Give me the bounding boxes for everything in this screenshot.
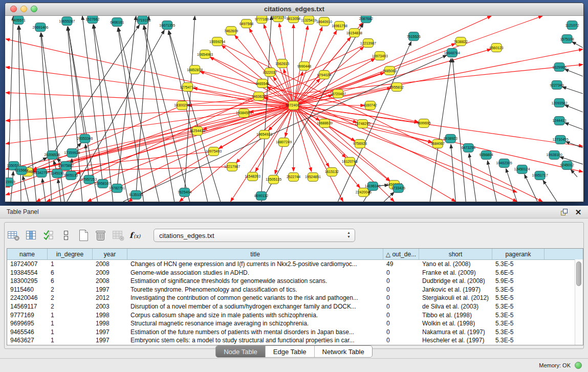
table-cell[interactable]: 0 bbox=[383, 269, 419, 277]
row-height-icon[interactable] bbox=[58, 228, 74, 243]
graph-node[interactable]: 9356804 bbox=[480, 150, 493, 159]
graph-node[interactable]: 9905135 bbox=[64, 171, 78, 180]
table-row[interactable]: 1938455462009Genome-wide association stu… bbox=[7, 269, 583, 277]
graph-node[interactable]: 12450124 bbox=[514, 165, 530, 173]
split-pane-divider[interactable] bbox=[0, 201, 588, 206]
table-cell[interactable]: 9777169 bbox=[7, 311, 48, 320]
graph-node[interactable]: 1244413 bbox=[552, 116, 566, 125]
graph-node[interactable]: 18640910 bbox=[316, 17, 332, 26]
graph-edge[interactable] bbox=[52, 25, 140, 155]
table-cell[interactable]: 5.3E-5 bbox=[492, 336, 545, 345]
table-cell[interactable]: 5.3E-5 bbox=[492, 260, 545, 269]
graph-edge[interactable] bbox=[338, 41, 411, 202]
graph-node[interactable]: 6466161 bbox=[110, 18, 124, 27]
graph-node[interactable]: 11548203 bbox=[245, 172, 260, 181]
graph-node[interactable]: 20353346 bbox=[77, 134, 93, 143]
table-row[interactable]: 1456911722003Disruption of a novel membe… bbox=[7, 302, 583, 311]
table-cell[interactable]: Franke et al. (2009) bbox=[419, 269, 492, 277]
trash-icon[interactable] bbox=[93, 228, 108, 243]
graph-node[interactable]: 12213987 bbox=[360, 39, 376, 48]
graph-node[interactable]: 7638822 bbox=[454, 37, 468, 46]
graph-node[interactable]: 7955812 bbox=[390, 83, 404, 92]
graph-node[interactable]: 7485063 bbox=[383, 67, 397, 75]
graph-node[interactable]: 19654923 bbox=[256, 130, 272, 139]
graph-edge[interactable] bbox=[565, 142, 583, 148]
table-cell[interactable]: 2008 bbox=[93, 277, 127, 286]
table-cell[interactable]: Estimation of the future numbers of pati… bbox=[127, 328, 383, 337]
graph-edge[interactable] bbox=[451, 144, 455, 202]
graph-node[interactable]: 1145190 bbox=[51, 169, 64, 178]
graph-node[interactable]: 3915919 bbox=[6, 178, 15, 186]
graph-edge[interactable] bbox=[85, 144, 89, 180]
graph-edge[interactable] bbox=[564, 69, 583, 76]
graph-edge[interactable] bbox=[136, 16, 149, 195]
graph-edge[interactable] bbox=[6, 39, 294, 105]
graph-edge[interactable] bbox=[572, 41, 583, 48]
graph-node[interactable]: 1121072 bbox=[565, 21, 579, 30]
table-cell[interactable]: 5.3E-5 bbox=[492, 302, 545, 311]
table-cell[interactable]: Investigating the contribution of common… bbox=[127, 294, 383, 302]
table-cell[interactable]: 9465546 bbox=[7, 328, 48, 337]
graph-node[interactable]: 20691406 bbox=[32, 23, 48, 32]
graph-node[interactable]: 9135106 bbox=[129, 190, 143, 199]
table-cell[interactable]: 9699695 bbox=[7, 319, 48, 328]
graph-node[interactable]: 9699695 bbox=[417, 119, 431, 127]
graph-node[interactable]: 12217987 bbox=[224, 162, 240, 171]
float-panel-icon[interactable] bbox=[559, 207, 569, 216]
table-cell[interactable]: 0 bbox=[383, 336, 419, 345]
graph-node[interactable]: 13505135 bbox=[266, 175, 281, 184]
graph-edge[interactable] bbox=[543, 180, 557, 202]
graph-node[interactable]: 4405571 bbox=[11, 16, 25, 25]
table-cell[interactable]: Corpus callosum shape and size in male p… bbox=[127, 311, 383, 320]
table-row[interactable]: 1872400712008Changes of HCN gene express… bbox=[7, 260, 583, 269]
graph-edge[interactable] bbox=[564, 123, 583, 129]
table-cell[interactable]: 0 bbox=[383, 311, 419, 320]
graph-node[interactable]: 2087682 bbox=[359, 16, 373, 23]
graph-node[interactable]: 16671355 bbox=[159, 21, 175, 30]
table-cell[interactable]: 2 bbox=[48, 302, 93, 311]
graph-edge[interactable] bbox=[6, 105, 294, 195]
graph-node[interactable]: 10462305 bbox=[496, 159, 512, 167]
table-cell[interactable]: 0 bbox=[383, 294, 419, 302]
table-row[interactable]: 2242004622012Investigating the contribut… bbox=[7, 294, 583, 302]
function-builder-icon[interactable]: f (x) bbox=[128, 228, 143, 243]
graph-node[interactable]: 7462609 bbox=[224, 27, 238, 35]
graph-node[interactable]: 6473258 bbox=[462, 143, 475, 152]
graph-edge[interactable] bbox=[488, 161, 497, 202]
graph-edge[interactable] bbox=[564, 105, 583, 112]
table-cell[interactable]: 5.3E-5 bbox=[492, 328, 545, 337]
network-table-select[interactable]: citations_edges.txt ▲▼ bbox=[154, 229, 355, 242]
graph-node[interactable]: 1575108 bbox=[560, 35, 574, 43]
graph-node[interactable]: 16648784 bbox=[444, 49, 460, 57]
graph-node[interactable]: 16958107 bbox=[95, 179, 111, 188]
table-row[interactable]: 1830029562008Estimation of significance … bbox=[7, 277, 583, 286]
graph-node[interactable]: 2522744 bbox=[287, 172, 300, 181]
graph-node[interactable]: 8560123 bbox=[490, 43, 504, 52]
graph-edge[interactable] bbox=[144, 26, 175, 202]
graph-node[interactable]: 9777169 bbox=[255, 16, 269, 24]
table-cell[interactable]: 18724007 bbox=[7, 260, 48, 269]
table-cell[interactable]: 5.3E-5 bbox=[492, 311, 545, 320]
table-row[interactable]: 977716911998Corpus callosum shape and si… bbox=[7, 311, 583, 320]
table-cell[interactable]: Hescheler et al. (1997) bbox=[419, 336, 492, 345]
table-cell[interactable]: 2012 bbox=[93, 294, 127, 302]
table-cell[interactable]: 0 bbox=[383, 286, 419, 294]
graph-edge[interactable] bbox=[93, 25, 113, 202]
table-cell[interactable]: 5.6E-5 bbox=[492, 269, 545, 277]
table-row[interactable]: 946554611997Estimation of the future num… bbox=[7, 328, 583, 337]
table-cell[interactable]: 0 bbox=[383, 302, 419, 311]
table-cell[interactable]: 1 bbox=[48, 311, 93, 320]
graph-node[interactable]: 10748295 bbox=[355, 119, 371, 128]
column-select-icon[interactable] bbox=[24, 228, 39, 243]
table-cell[interactable]: 1997 bbox=[93, 286, 127, 294]
table-cell[interactable]: Stergiakouli et al. (2012) bbox=[419, 294, 492, 302]
table-cell[interactable]: 19384554 bbox=[7, 269, 48, 277]
table-settings-icon[interactable] bbox=[6, 228, 21, 243]
graph-node[interactable]: 9463627 bbox=[252, 92, 266, 101]
column-header[interactable]: short bbox=[419, 249, 492, 259]
table-cell[interactable]: 5.3E-5 bbox=[492, 319, 545, 328]
table-cell[interactable]: Disruption of a novel member of a sodium… bbox=[127, 302, 383, 311]
table-cell[interactable]: Jankovic et al. (1997) bbox=[419, 286, 492, 294]
table-vertical-scrollbar[interactable] bbox=[575, 259, 583, 345]
table-cell[interactable]: 0 bbox=[383, 319, 419, 328]
